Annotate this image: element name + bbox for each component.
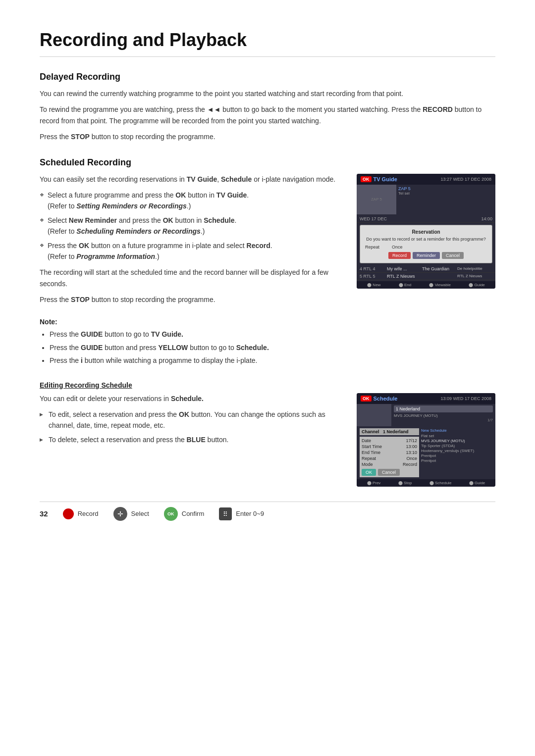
editing-schedule-text: You can edit or delete your reservations… xyxy=(40,393,342,451)
note-bullet-1: Press the GUIDE button to go to TV Guide… xyxy=(50,329,495,340)
scheduled-recording-bullets: Select a future programme and press the … xyxy=(40,190,342,262)
note-section: Note: Press the GUIDE button to go to TV… xyxy=(40,318,495,366)
schedule-channel-label: Channel 1 Nederland xyxy=(360,428,419,435)
number-button-icon xyxy=(219,507,232,520)
reservation-repeat: Repeat Once xyxy=(365,245,487,250)
legend-confirm: Confirm xyxy=(164,507,205,521)
scheduled-after1: The recording will start at the schedule… xyxy=(40,267,342,289)
scheduled-bullet-3: Press the OK button on a future programm… xyxy=(40,240,342,262)
tv-guide-thumbnail: ZAP 5 xyxy=(357,185,396,214)
note-label: Note: xyxy=(40,318,495,326)
schedule-field-repeat: RepeatOnce xyxy=(362,456,417,461)
schedule-form: Channel 1 Nederland Date17/12 Start Time… xyxy=(360,428,419,477)
tv-guide-title: TV Guide xyxy=(374,176,397,182)
delayed-recording-para3: Press the STOP button to stop recording … xyxy=(40,131,495,142)
confirm-label: Confirm xyxy=(182,510,205,517)
tv-guide-screenshot: OK TV Guide 13:27 WED 17 DEC 2008 ZAP 5 … xyxy=(357,174,495,289)
delayed-recording-section: Delayed Recording You can rewind the cur… xyxy=(40,72,495,143)
scheduled-recording-heading: Scheduled Recording xyxy=(40,157,495,168)
tv-guide-footer: ⬤ New ⬤ End ⬤ Viewable ⬤ Guide xyxy=(357,281,495,289)
tv-guide-channel: ZAP 5 xyxy=(398,186,493,191)
reservation-popup: Reservation Do you want to record or set… xyxy=(360,225,492,263)
schedule-nav: 1/7 xyxy=(394,418,493,422)
tv-guide-body: ZAP 5 ZAP 5 Tel sel xyxy=(357,185,495,214)
editing-schedule-heading: Editing Recording Schedule xyxy=(40,381,495,389)
schedule-mock: OK Schedule 13:09 WED 17 DEC 2008 1 Nede… xyxy=(357,393,495,487)
reservation-reminder-btn[interactable]: Reminder xyxy=(413,252,440,259)
editing-bullet-2: To delete, select a reservation and pres… xyxy=(40,434,342,445)
tv-guide-info: ZAP 5 Tel sel xyxy=(396,185,495,214)
scheduled-recording-layout: You can easily set the recording reserva… xyxy=(40,174,495,310)
editing-schedule-section: Editing Recording Schedule You can edit … xyxy=(40,381,495,487)
note-bullet-2: Press the GUIDE button and press YELLOW … xyxy=(50,342,495,353)
tv-guide-rows: WED 17 DEC 14:00 Reservation Do you want… xyxy=(357,214,495,281)
schedule-screenshot: OK Schedule 13:09 WED 17 DEC 2008 1 Nede… xyxy=(357,393,495,487)
legend-enter: Enter 0~9 xyxy=(219,507,264,520)
scheduled-bullet-1: Select a future programme and press the … xyxy=(40,190,342,212)
reservation-cancel-btn[interactable]: Cancel xyxy=(442,252,464,259)
schedule-field-endtime: End Time13:10 xyxy=(362,450,417,455)
tv-guide-header: OK TV Guide 13:27 WED 17 DEC 2008 xyxy=(357,174,495,185)
tv-guide-time: 13:27 WED 17 DEC 2008 xyxy=(440,177,491,182)
note-bullets: Press the GUIDE button to go to TV Guide… xyxy=(40,329,495,366)
reservation-buttons: Record Reminder Cancel xyxy=(365,252,487,259)
page-number: 32 xyxy=(40,509,48,518)
schedule-mvs: MVS JOURNEY (MOTU) xyxy=(394,413,493,418)
note-bullet-3: Press the i button while watching a prog… xyxy=(50,355,495,366)
editing-schedule-layout: You can edit or delete your reservations… xyxy=(40,393,495,487)
delayed-recording-para1: You can rewind the currently watching pr… xyxy=(40,88,495,99)
scheduled-after2: Press the STOP button to stop recording … xyxy=(40,294,342,305)
delayed-recording-para2: To rewind the programme you are watching… xyxy=(40,104,495,126)
reservation-record-btn[interactable]: Record xyxy=(388,252,411,259)
schedule-info: 1 Nederland MVS JOURNEY (MOTU) 1/7 xyxy=(391,404,495,426)
schedule-edit-area: Channel 1 Nederland Date17/12 Start Time… xyxy=(357,426,495,479)
tv-guide-logo: OK xyxy=(361,176,372,182)
editing-schedule-intro: You can edit or delete your reservations… xyxy=(40,393,342,404)
schedule-header: OK Schedule 13:09 WED 17 DEC 2008 xyxy=(357,393,495,404)
schedule-split: Channel 1 Nederland Date17/12 Start Time… xyxy=(360,428,492,477)
schedule-ok-btn[interactable]: OK xyxy=(362,469,376,476)
schedule-field-date: Date17/12 xyxy=(362,438,417,443)
tv-guide-mock: OK TV Guide 13:27 WED 17 DEC 2008 ZAP 5 … xyxy=(357,174,495,289)
schedule-footer: ⬤ Prev ⬤ Stop ⬤ Schedule ⬤ Guide xyxy=(357,479,495,487)
delayed-recording-heading: Delayed Recording xyxy=(40,72,495,82)
enter-label: Enter 0~9 xyxy=(236,510,264,517)
record-label: Record xyxy=(78,510,99,517)
legend-record: Record xyxy=(63,508,99,519)
tv-guide-row-date: WED 17 DEC 14:00 xyxy=(357,215,495,223)
scheduled-bullet-2: Select New Reminder and press the OK but… xyxy=(40,215,342,237)
schedule-list: New Schedule Flat set MVS JOURNEY (MOTU)… xyxy=(421,428,492,477)
schedule-thumb xyxy=(357,404,391,426)
schedule-time: 13:09 WED 17 DEC 2008 xyxy=(440,396,491,401)
schedule-body-top: 1 Nederland MVS JOURNEY (MOTU) 1/7 xyxy=(357,404,495,426)
ok-button-icon xyxy=(164,507,178,521)
schedule-tab: 1 Nederland xyxy=(394,405,493,412)
page-title: Recording and Playback xyxy=(40,30,495,57)
schedule-cancel-btn[interactable]: Cancel xyxy=(378,469,400,476)
reservation-text: Do you want to record or set a reminder … xyxy=(365,237,487,242)
schedule-logo: OK xyxy=(361,396,372,402)
editing-bullet-1: To edit, select a reservation and press … xyxy=(40,409,342,431)
schedule-field-mode: ModeRecord xyxy=(362,462,417,467)
schedule-title: Schedule xyxy=(374,396,398,402)
scheduled-recording-text: You can easily set the recording reserva… xyxy=(40,174,342,310)
record-button-icon xyxy=(63,508,74,519)
scheduled-recording-intro: You can easily set the recording reserva… xyxy=(40,174,342,185)
select-button-icon xyxy=(113,507,127,521)
editing-schedule-bullets: To edit, select a reservation and press … xyxy=(40,409,342,445)
scheduled-recording-section: Scheduled Recording You can easily set t… xyxy=(40,157,495,366)
tv-guide-thumb-label: ZAP 5 xyxy=(371,197,382,202)
tv-guide-prog-name: Tel sel xyxy=(398,191,493,196)
tv-guide-row-rtl5-1: 5 RTL 5 RTL Z Nieuws RTL Z Nieuws xyxy=(357,273,495,280)
reservation-title: Reservation xyxy=(365,229,487,235)
schedule-field-starttime: Start Time13:00 xyxy=(362,444,417,449)
bottom-legend: 32 Record Select Confirm Enter 0~9 xyxy=(40,502,495,521)
schedule-edit-buttons: OK Cancel xyxy=(362,469,417,476)
schedule-edit-fields: Date17/12 Start Time13:00 End Time13:10 … xyxy=(360,437,419,477)
select-label: Select xyxy=(131,510,149,517)
tv-guide-row-rtl4-1: 4 RTL 4 My wife ... The Guardian De hote… xyxy=(357,265,495,273)
legend-select: Select xyxy=(113,507,149,521)
